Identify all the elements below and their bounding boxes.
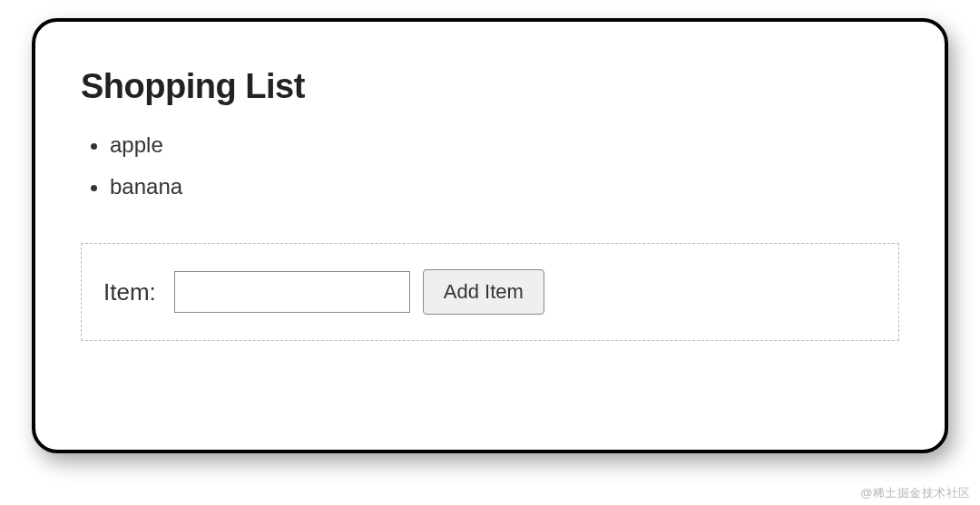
watermark-text: @稀土掘金技术社区 [860, 485, 971, 501]
list-item: banana [110, 166, 899, 208]
list-item: apple [110, 124, 899, 166]
add-item-form: Item: Add Item [81, 243, 899, 341]
shopping-list-card: Shopping List apple banana Item: Add Ite… [32, 18, 948, 453]
add-item-button[interactable]: Add Item [423, 269, 544, 315]
page-title: Shopping List [81, 67, 899, 106]
item-input-label: Item: [103, 278, 156, 306]
shopping-list: apple banana [81, 124, 899, 207]
item-input[interactable] [174, 271, 410, 313]
